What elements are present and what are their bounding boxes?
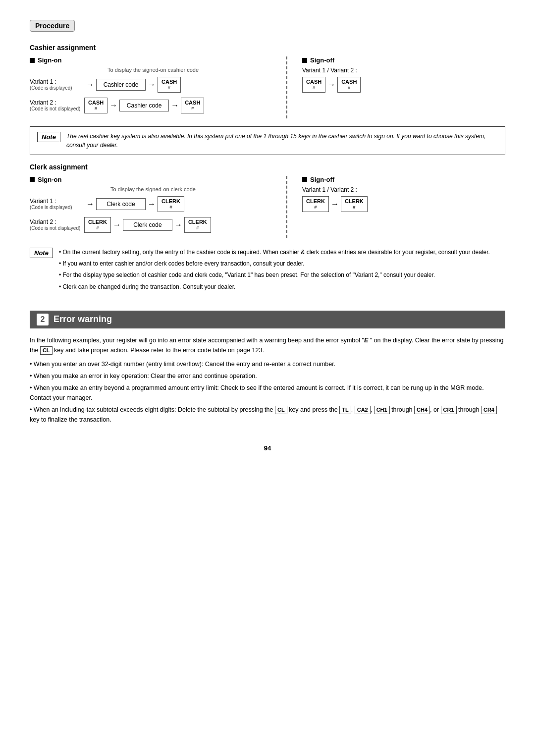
cashier-signoff-label: Sign-off bbox=[302, 56, 505, 64]
cashier-signoff-variant: Variant 1 / Variant 2 : bbox=[302, 67, 505, 74]
cashier-note-text: The real cashier key system is also avai… bbox=[66, 132, 498, 150]
error-warning-title-bar: 2 Error warning bbox=[30, 311, 505, 328]
clerk-code-box1: Clerk code bbox=[96, 198, 146, 210]
clerk-signoff-variant: Variant 1 / Variant 2 : bbox=[302, 186, 505, 193]
arrow-so1: → bbox=[327, 80, 335, 89]
cr1-key: CR1 bbox=[441, 406, 457, 414]
cashier-signoff: Sign-off Variant 1 / Variant 2 : CASH # … bbox=[287, 56, 505, 93]
cashier-section: Cashier assignment Sign-on To display th… bbox=[30, 44, 505, 155]
clerk-variant2-flow: Variant 2 : (Code is not displayed) CLER… bbox=[30, 217, 276, 233]
error-warning-section: 2 Error warning In the following example… bbox=[30, 311, 505, 425]
clerk-signoff: Sign-off Variant 1 / Variant 2 : CLERK #… bbox=[287, 176, 505, 212]
cashier-display-hint: To display the signed-on cashier code bbox=[30, 67, 276, 73]
clerk-note-line1: • On the current factory setting, only t… bbox=[59, 248, 490, 257]
clerk-note-line2: • If you want to enter cashier and/or cl… bbox=[59, 259, 490, 269]
cashier-variant2-label: Variant 2 : (Code is not displayed) bbox=[30, 99, 84, 111]
section-number: 2 bbox=[37, 314, 49, 325]
bullet-square bbox=[30, 58, 35, 63]
cl-key-bullet4: CL bbox=[275, 406, 287, 414]
bullet1: • When you enter an over 32-digit number… bbox=[30, 359, 505, 369]
clerk-key-so2: CLERK # bbox=[341, 196, 368, 212]
clerk-code-box2: Clerk code bbox=[123, 219, 172, 231]
cashier-code-box2: Cashier code bbox=[119, 100, 169, 111]
clerk-variant1-flow: Variant 1 : (Code is displayed) → Clerk … bbox=[30, 196, 276, 212]
page-number: 94 bbox=[30, 444, 505, 452]
arrow2: → bbox=[148, 80, 156, 89]
ca2-key: CA2 bbox=[355, 406, 371, 414]
bullet2: • When you make an error in key operatio… bbox=[30, 371, 505, 381]
clerk-signon: Sign-on To display the signed-on clerk c… bbox=[30, 176, 287, 238]
clerk-display-hint: To display the signed-on clerk code bbox=[30, 186, 276, 192]
clerk-variant2-label: Variant 2 : (Code is not displayed) bbox=[30, 218, 84, 231]
arrow1: → bbox=[86, 80, 94, 89]
arrow-c2: → bbox=[148, 200, 156, 209]
arrow-c4: → bbox=[174, 220, 182, 229]
clerk-key2: CLERK # bbox=[84, 217, 111, 233]
cl-key-inline: CL bbox=[40, 346, 53, 355]
bullet3: • When you make an entry beyond a progra… bbox=[30, 383, 505, 403]
clerk-note: Note • On the current factory setting, o… bbox=[30, 243, 505, 299]
arrow3: → bbox=[109, 101, 117, 110]
arrow4: → bbox=[171, 101, 179, 110]
bullet-square3 bbox=[30, 177, 35, 182]
clerk-key-so1: CLERK # bbox=[302, 196, 329, 212]
bullet4: • When an including-tax subtotal exceeds… bbox=[30, 405, 505, 425]
arrow-c1: → bbox=[86, 200, 94, 209]
clerk-signon-label: Sign-on bbox=[30, 176, 276, 183]
ch1-key: CH1 bbox=[374, 406, 390, 414]
clerk-variant1-label: Variant 1 : (Code is displayed) bbox=[30, 198, 84, 210]
bullet-square4 bbox=[302, 177, 307, 182]
arrow-c3: → bbox=[113, 220, 121, 229]
clerk-header: Clerk assignment bbox=[30, 163, 505, 171]
clerk-key1: CLERK # bbox=[158, 196, 184, 212]
cr4-key: CR4 bbox=[481, 406, 497, 414]
clerk-note-line4: • Clerk can be changed during the transa… bbox=[59, 282, 490, 292]
clerk-note-label: Note bbox=[30, 248, 53, 258]
cashier-note-label: Note bbox=[37, 132, 60, 142]
cashier-signon-label: Sign-on bbox=[30, 56, 276, 64]
cash-key2: CASH # bbox=[84, 98, 107, 113]
arrow-so2: → bbox=[331, 200, 339, 209]
clerk-note-content: • On the current factory setting, only t… bbox=[59, 248, 490, 294]
cashier-variant1-flow: Variant 1 : (Code is displayed) → Cashie… bbox=[30, 77, 276, 93]
clerk-note-line3: • For the display type selection of cash… bbox=[59, 270, 490, 280]
clerk-section: Clerk assignment Sign-on To display the … bbox=[30, 163, 505, 299]
bullet-square2 bbox=[302, 58, 307, 63]
error-warning-title: Error warning bbox=[54, 314, 112, 324]
cash-key-so1: CASH # bbox=[302, 77, 325, 93]
error-symbol: E bbox=[364, 337, 368, 344]
clerk-key3: CLERK # bbox=[184, 217, 211, 233]
cashier-variant1-label: Variant 1 : (Code is displayed) bbox=[30, 78, 84, 91]
cash-key3: CASH # bbox=[181, 98, 204, 113]
tl-key: TL bbox=[339, 406, 351, 414]
cashier-signoff-flow: CASH # → CASH # bbox=[302, 77, 505, 93]
procedure-badge: Procedure bbox=[30, 20, 75, 32]
cash-key-so2: CASH # bbox=[337, 77, 361, 93]
cashier-note: Note The real cashier key system is also… bbox=[30, 126, 505, 155]
cashier-variant2-flow: Variant 2 : (Code is not displayed) CASH… bbox=[30, 98, 276, 113]
cashier-header: Cashier assignment bbox=[30, 44, 505, 52]
error-bullets: • When you enter an over 32-digit number… bbox=[30, 359, 505, 425]
clerk-signoff-label: Sign-off bbox=[302, 176, 505, 183]
cashier-signon: Sign-on To display the signed-on cashier… bbox=[30, 56, 287, 118]
clerk-signoff-flow: CLERK # → CLERK # bbox=[302, 196, 505, 212]
error-warning-intro: In the following examples, your register… bbox=[30, 335, 505, 355]
ch4-key: CH4 bbox=[414, 406, 430, 414]
cashier-code-box1: Cashier code bbox=[96, 79, 146, 91]
cash-key1: CASH # bbox=[158, 77, 181, 93]
